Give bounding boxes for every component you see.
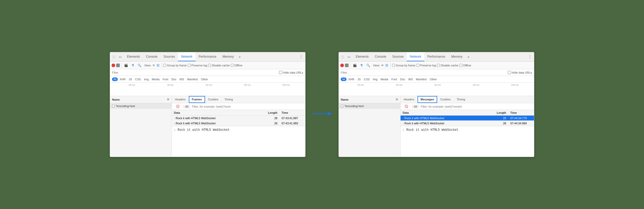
disable-cache-label-right[interactable]: Disable cache: [437, 64, 458, 67]
disable-cache-label-left[interactable]: Disable cache: [208, 64, 230, 67]
sub-tab-messages-right[interactable]: Messages: [418, 96, 437, 103]
device-icon[interactable]: ▭: [117, 54, 123, 60]
group-view-icon-left[interactable]: ⊟: [156, 63, 160, 68]
type-btn-doc-left[interactable]: Doc: [170, 77, 178, 81]
search-icon-right[interactable]: 🔍: [365, 63, 371, 68]
offline-checkbox-left[interactable]: [231, 64, 234, 67]
group-by-frame-checkbox-right[interactable]: [392, 64, 395, 67]
type-btn-doc-right[interactable]: Doc: [399, 77, 406, 81]
type-btn-img-left[interactable]: Img: [143, 77, 150, 81]
msg-row-1-right[interactable]: ↓Rock it with HTML5 WebSocket 28 07:44:3…: [401, 121, 534, 126]
sub-tab-headers-right[interactable]: Headers: [401, 96, 418, 103]
type-btn-font-right[interactable]: Font: [390, 77, 398, 81]
preserve-log-checkbox-left[interactable]: [188, 64, 191, 67]
search-icon-left[interactable]: 🔍: [137, 63, 142, 68]
offline-label-left[interactable]: Offline: [231, 64, 243, 67]
type-btn-manifest-left[interactable]: Manifest: [186, 77, 199, 81]
type-btn-other-left[interactable]: Other: [200, 77, 209, 81]
filter-icon-left[interactable]: ⚗: [130, 63, 135, 68]
tab-sources-right[interactable]: Sources: [389, 52, 407, 61]
device-icon-right[interactable]: ▭: [346, 54, 352, 60]
sub-tab-timing-left[interactable]: Timing: [221, 96, 236, 103]
list-view-icon-left[interactable]: ≡: [152, 63, 155, 68]
stop-button-right[interactable]: [345, 64, 349, 67]
type-btn-js-right[interactable]: JS: [356, 77, 362, 81]
preserve-log-checkbox-right[interactable]: [417, 64, 419, 67]
tab-network-left[interactable]: Network: [178, 52, 196, 61]
type-btn-all-left[interactable]: All: [112, 77, 118, 81]
tab-elements-right[interactable]: Elements: [353, 52, 372, 61]
group-by-frame-label-right[interactable]: Group by frame: [392, 64, 415, 67]
msg-row-0-left[interactable]: ↑Rock it with HTML5 WebSocket 28 07:43:4…: [172, 116, 305, 121]
disable-cache-checkbox-left[interactable]: [208, 64, 211, 67]
ws-block-icon-right[interactable]: 🚫: [403, 104, 410, 108]
filter-input-right[interactable]: [341, 71, 506, 74]
tab-performance-left[interactable]: Performance: [196, 52, 219, 61]
ws-all-btn-left[interactable]: All: [183, 105, 190, 108]
sub-tab-cookies-right[interactable]: Cookies: [437, 96, 454, 103]
type-btn-ws-left[interactable]: WS: [178, 77, 185, 81]
tab-sources-left[interactable]: Sources: [160, 52, 178, 61]
group-view-icon-right[interactable]: ⊟: [385, 63, 389, 68]
type-btn-js-left[interactable]: JS: [127, 77, 133, 81]
type-btn-media-left[interactable]: Media: [150, 77, 161, 81]
hide-data-urls-checkbox-right[interactable]: [508, 71, 511, 74]
close-detail-right[interactable]: ✕: [395, 98, 398, 101]
camera-icon-left[interactable]: 🎬: [123, 63, 129, 68]
filter-input-left[interactable]: [112, 71, 277, 74]
ws-filter-input-right[interactable]: [421, 105, 532, 108]
filter-icon-right[interactable]: ⚗: [359, 63, 364, 68]
devtools-menu-right[interactable]: ⋮: [526, 54, 534, 59]
sub-tab-frames-left[interactable]: Frames: [189, 96, 205, 103]
type-btn-xhr-left[interactable]: XHR: [118, 77, 127, 81]
row-checkbox-left[interactable]: [112, 105, 115, 107]
detail-pane-right: Headers Messages Cookies Timing 🚫 All Da…: [401, 96, 534, 157]
disable-cache-checkbox-right[interactable]: [437, 64, 440, 67]
type-btn-manifest-right[interactable]: Manifest: [415, 77, 428, 81]
ws-all-btn-right[interactable]: All: [412, 105, 419, 108]
type-btn-css-right[interactable]: CSS: [362, 77, 371, 81]
tab-console-left[interactable]: Console: [143, 52, 160, 61]
type-btn-css-left[interactable]: CSS: [134, 77, 142, 81]
tab-console-right[interactable]: Console: [372, 52, 389, 61]
type-btn-xhr-right[interactable]: XHR: [347, 77, 355, 81]
offline-label-right[interactable]: Offline: [460, 64, 471, 67]
tab-performance-right[interactable]: Performance: [424, 52, 448, 61]
sub-tab-timing-right[interactable]: Timing: [454, 96, 468, 103]
devtools-menu-left[interactable]: ⋮: [297, 54, 305, 59]
close-detail-left[interactable]: ✕: [167, 98, 170, 101]
camera-icon-right[interactable]: 🎬: [352, 63, 358, 68]
record-button-left[interactable]: [112, 64, 115, 67]
offline-checkbox-right[interactable]: [460, 64, 462, 67]
sub-tab-headers-left[interactable]: Headers: [172, 96, 189, 103]
group-by-frame-label-left[interactable]: Group by frame: [163, 64, 187, 67]
stop-button-left[interactable]: [116, 64, 120, 67]
preserve-log-label-right[interactable]: Preserve log: [417, 64, 436, 67]
type-btn-media-right[interactable]: Media: [379, 77, 389, 81]
list-view-icon-right[interactable]: ≡: [381, 63, 384, 68]
tab-network-right[interactable]: Network: [407, 52, 424, 61]
msg-row-1-left[interactable]: ↓Rock it with HTML5 WebSocket 28 07:43:4…: [172, 121, 305, 126]
type-btn-ws-right[interactable]: WS: [407, 77, 414, 81]
row-checkbox-right[interactable]: [341, 105, 343, 107]
hide-data-urls-checkbox-left[interactable]: [279, 71, 282, 74]
more-tabs-left[interactable]: »: [237, 55, 243, 59]
sub-tab-cookies-left[interactable]: Cookies: [205, 96, 222, 103]
type-btn-font-left[interactable]: Font: [161, 77, 170, 81]
preserve-log-label-left[interactable]: Preserve log: [188, 64, 207, 67]
type-btn-img-right[interactable]: Img: [371, 77, 379, 81]
ws-block-icon-left[interactable]: 🚫: [174, 104, 182, 108]
tab-elements-left[interactable]: Elements: [124, 52, 143, 61]
record-button-right[interactable]: [340, 64, 344, 67]
type-btn-other-right[interactable]: Other: [428, 77, 438, 81]
inspect-icon-right[interactable]: ⬚: [340, 54, 345, 60]
tab-memory-left[interactable]: Memory: [219, 52, 237, 61]
more-tabs-right[interactable]: »: [465, 55, 471, 59]
detail-pane-left: Headers Frames Cookies Timing 🚫 All Data…: [172, 96, 305, 157]
inspect-icon[interactable]: ⬚: [111, 54, 117, 60]
msg-row-0-right[interactable]: ↑Rock it with HTML5 WebSocket 28 07:44:3…: [401, 116, 534, 121]
ws-filter-input-left[interactable]: [192, 105, 303, 108]
group-by-frame-checkbox-left[interactable]: [163, 64, 166, 67]
tab-memory-right[interactable]: Memory: [448, 52, 465, 61]
type-btn-all-right[interactable]: All: [341, 77, 346, 81]
